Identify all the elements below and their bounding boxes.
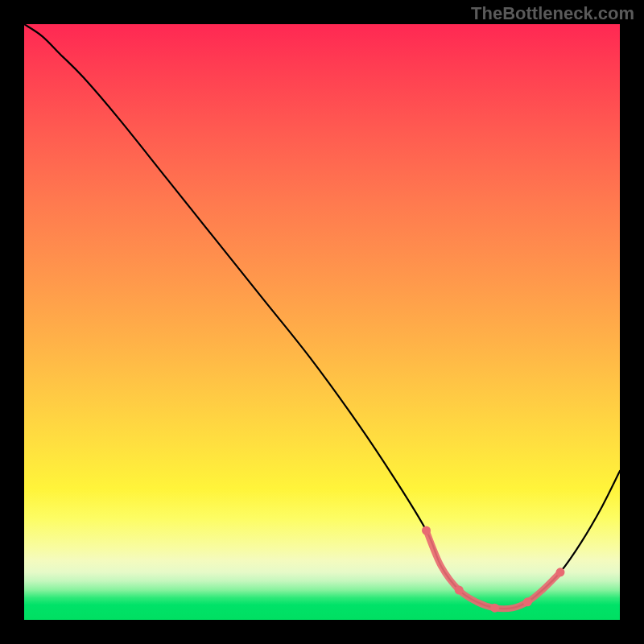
highlight-dot bbox=[422, 526, 431, 535]
bottleneck-curve-line bbox=[24, 24, 620, 609]
watermark-text: TheBottleneck.com bbox=[471, 3, 634, 24]
highlight-segment bbox=[427, 530, 561, 609]
chart-frame: TheBottleneck.com bbox=[0, 0, 644, 644]
plot-area bbox=[24, 24, 620, 620]
curve-overlay bbox=[24, 24, 620, 620]
highlight-dot bbox=[523, 597, 532, 606]
highlight-dot bbox=[556, 568, 565, 576]
highlight-dot bbox=[455, 586, 464, 595]
highlight-dot bbox=[490, 604, 499, 613]
